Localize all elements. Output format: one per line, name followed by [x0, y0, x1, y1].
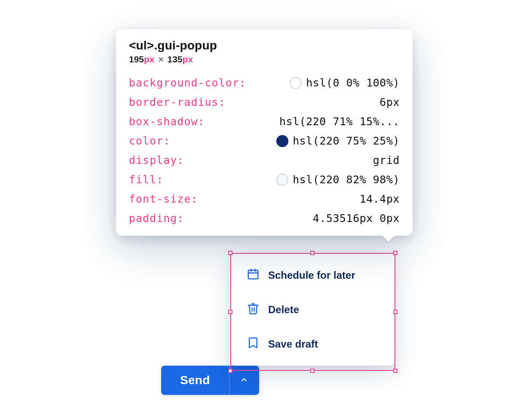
- style-prop-value: hsl(220 71% 15%...: [279, 115, 400, 128]
- popup-item-schedule[interactable]: Schedule for later: [231, 258, 394, 293]
- style-prop-name: display: [129, 154, 177, 166]
- inspector-height: 135: [168, 54, 183, 64]
- color-swatch-icon: [276, 135, 288, 147]
- style-colon: :: [177, 154, 183, 166]
- inspector-dim-separator: ×: [157, 54, 165, 64]
- style-colon: :: [219, 96, 225, 108]
- style-prop-value: hsl(220 82% 98%): [293, 173, 400, 186]
- inspector-selector: <ul>.gui-popup: [129, 39, 400, 52]
- inspector-style-list: background-color: hsl(0 0% 100%) border-…: [129, 77, 400, 225]
- inspector-width: 195: [129, 54, 144, 64]
- popup-item-label: Delete: [268, 304, 299, 316]
- color-swatch-icon: [290, 77, 302, 89]
- inspector-handle-s: [310, 369, 315, 373]
- style-prop-name: box-shadow: [129, 115, 198, 128]
- svg-rect-0: [248, 270, 258, 279]
- style-prop-name: border-radius: [129, 96, 219, 108]
- style-prop-name: fill: [129, 173, 156, 186]
- color-swatch-icon: [276, 174, 288, 186]
- style-colon: :: [198, 115, 205, 128]
- style-colon: :: [177, 212, 183, 225]
- style-colon: :: [163, 135, 170, 147]
- style-prop-value: 4.53516px 0px: [313, 212, 400, 225]
- calendar-icon: [247, 268, 260, 283]
- inspector-dimensions: 195px × 135px: [129, 54, 400, 65]
- style-row-display: display: grid: [129, 154, 400, 166]
- trash-icon: [247, 302, 260, 317]
- style-colon: :: [191, 193, 197, 205]
- popup-item-save-draft[interactable]: Save draft: [231, 327, 394, 361]
- style-colon: :: [239, 77, 246, 89]
- inspector-selector-tag: <ul>: [129, 39, 154, 52]
- inspector-handle-se: [393, 369, 397, 373]
- style-row-color: color: hsl(220 75% 25%): [129, 135, 400, 147]
- send-button-label: Send: [180, 373, 210, 387]
- style-row-background-color: background-color: hsl(0 0% 100%): [129, 77, 400, 89]
- style-row-fill: fill: hsl(220 82% 98%): [129, 173, 400, 186]
- style-prop-name: font-size: [129, 193, 191, 205]
- send-more-button[interactable]: [229, 366, 259, 395]
- inspector-handle-ne: [393, 251, 397, 255]
- style-prop-value: grid: [373, 154, 400, 166]
- bookmark-icon: [247, 336, 260, 352]
- style-prop-name: padding: [129, 212, 177, 225]
- style-row-font-size: font-size: 14.4px: [129, 193, 400, 205]
- popup-item-label: Schedule for later: [268, 269, 355, 281]
- style-row-padding: padding: 4.53516px 0px: [129, 212, 400, 225]
- popup-item-label: Save draft: [268, 338, 318, 350]
- inspector-width-unit: px: [144, 54, 155, 64]
- style-prop-value: hsl(220 75% 25%): [293, 135, 400, 147]
- inspector-height-unit: px: [183, 54, 193, 64]
- style-colon: :: [156, 173, 163, 186]
- chevron-up-icon: [239, 375, 249, 386]
- style-row-box-shadow: box-shadow: hsl(220 71% 15%...: [129, 115, 400, 128]
- style-prop-name: color: [129, 135, 163, 147]
- style-prop-name: background-color: [129, 77, 239, 89]
- style-row-border-radius: border-radius: 6px: [129, 96, 400, 108]
- style-prop-value: 14.4px: [360, 193, 400, 205]
- style-prop-value: hsl(0 0% 100%): [306, 77, 400, 89]
- inspector-handle-nw: [228, 251, 232, 255]
- send-split-button: Send: [161, 366, 259, 395]
- inspector-selector-class: .gui-popup: [154, 39, 217, 52]
- devtools-element-tooltip: <ul>.gui-popup 195px × 135px background-…: [116, 29, 413, 236]
- send-button[interactable]: Send: [161, 366, 229, 395]
- style-prop-value: 6px: [379, 96, 400, 108]
- gui-popup-menu: Schedule for later Delete Save draft: [231, 254, 394, 366]
- popup-item-delete[interactable]: Delete: [231, 293, 394, 327]
